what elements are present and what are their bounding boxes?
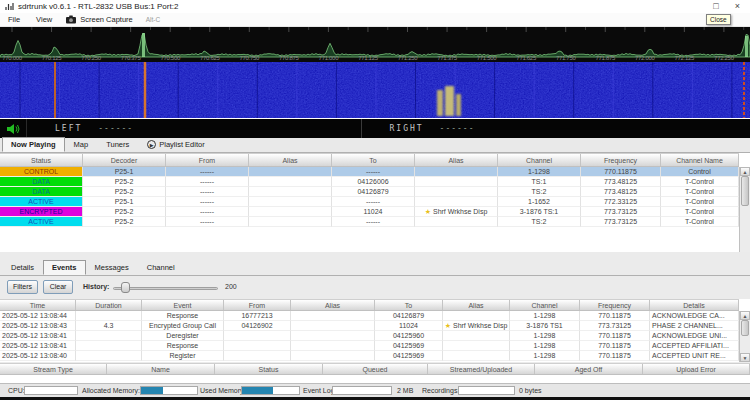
cell[interactable]: ------ <box>332 217 415 227</box>
cell[interactable] <box>291 321 375 331</box>
column-header[interactable]: Name <box>107 364 215 374</box>
column-header[interactable]: Upload Error <box>643 364 750 374</box>
table-row[interactable]: 2025-05-12 13:08:41Response041259691-129… <box>0 341 739 351</box>
column-header[interactable]: Status <box>215 364 323 374</box>
cell[interactable] <box>249 167 332 177</box>
menu-screen-capture[interactable]: Screen Capture <box>76 15 141 24</box>
cell[interactable] <box>415 177 498 187</box>
column-header[interactable]: Alias <box>443 300 510 310</box>
cell[interactable]: TS:2 <box>498 187 581 197</box>
menu-file[interactable]: File <box>0 15 28 24</box>
column-header[interactable]: Channel Name <box>661 154 739 166</box>
cell[interactable]: P25-1 <box>83 167 166 177</box>
maximize-icon[interactable]: □ <box>713 1 718 12</box>
tab-now-playing[interactable]: Now Playing <box>2 137 65 152</box>
cell[interactable]: ACCEPTED UNIT RE... <box>650 351 739 361</box>
cell[interactable]: 1-1298 <box>510 351 580 361</box>
column-header[interactable]: To <box>332 154 415 166</box>
table-row[interactable]: 2025-05-12 13:08:41Deregister041259601-1… <box>0 331 739 341</box>
cell[interactable] <box>291 331 375 341</box>
column-header[interactable]: Event <box>142 300 224 310</box>
cell[interactable]: ACKNOWLEDGE UNI... <box>650 331 739 341</box>
table-row[interactable]: ACTIVEP25-2------------TS:2773.73125T-Co… <box>0 217 739 227</box>
column-header[interactable]: Status <box>0 154 83 166</box>
table-row[interactable]: DATAP25-2------04126006TS:1773.48125T-Co… <box>0 177 739 187</box>
cell[interactable]: ACTIVE <box>0 217 83 227</box>
cell[interactable]: Deregister <box>142 331 224 341</box>
cell[interactable] <box>224 351 291 361</box>
cell[interactable]: Register <box>142 351 224 361</box>
cell[interactable]: 1-1298 <box>498 167 581 177</box>
cell[interactable] <box>443 331 510 341</box>
cell[interactable]: 3-1876 TS:1 <box>498 207 581 217</box>
table-row[interactable]: CONTROLP25-1------------1-1298770.11875C… <box>0 167 739 177</box>
cell[interactable]: T-Control <box>661 197 739 207</box>
cell[interactable]: 2025-05-12 13:08:41 <box>0 331 76 341</box>
cell[interactable]: 1-1298 <box>510 311 580 321</box>
column-header[interactable]: Alias <box>291 300 375 310</box>
cell[interactable]: ACTIVE <box>0 197 83 207</box>
table-row[interactable]: ENCRYPTEDP25-2------11024★Shrf Wrkhse Di… <box>0 207 739 217</box>
cell[interactable]: ------ <box>332 167 415 177</box>
table-row[interactable]: DATAP25-2------04126879TS:2773.48125T-Co… <box>0 187 739 197</box>
filters-button[interactable]: Filters <box>7 280 38 294</box>
scroll-thumb[interactable] <box>741 320 749 336</box>
cell[interactable] <box>443 311 510 321</box>
column-header[interactable]: Channel <box>510 300 580 310</box>
cell[interactable] <box>249 177 332 187</box>
cell[interactable]: TS:2 <box>498 217 581 227</box>
cell[interactable]: DATA <box>0 187 83 197</box>
cell[interactable] <box>291 341 375 351</box>
cell[interactable] <box>443 341 510 351</box>
cell[interactable]: 11024 <box>375 321 443 331</box>
cell[interactable]: TS:1 <box>498 177 581 187</box>
audio-right-channel[interactable]: RIGHT ------ <box>361 119 750 138</box>
cell[interactable]: ------ <box>166 177 249 187</box>
cell[interactable]: 773.73125 <box>581 207 661 217</box>
table-row[interactable]: 2025-05-12 13:08:44Response1677721304126… <box>0 311 739 321</box>
cell[interactable]: 1-1298 <box>510 331 580 341</box>
cell[interactable] <box>415 167 498 177</box>
cell[interactable]: 04126879 <box>375 311 443 321</box>
close-icon[interactable]: × <box>735 1 740 12</box>
column-header[interactable]: Alias <box>249 154 332 166</box>
cell[interactable]: 04126902 <box>224 321 291 331</box>
cell[interactable]: 04125960 <box>375 331 443 341</box>
column-header[interactable]: Streamed/Uploaded <box>428 364 535 374</box>
slider-thumb[interactable] <box>121 282 130 293</box>
cell[interactable]: 16777213 <box>224 311 291 321</box>
clear-button[interactable]: Clear <box>43 280 73 294</box>
cell[interactable]: T-Control <box>661 187 739 197</box>
np-scrollbar[interactable]: ▲ <box>739 167 750 252</box>
cell[interactable]: P25-1 <box>83 197 166 207</box>
cell[interactable]: 772.33125 <box>581 197 661 207</box>
column-header[interactable]: Decoder <box>83 154 166 166</box>
cell[interactable]: CONTROL <box>0 167 83 177</box>
tab-tuners[interactable]: Tuners <box>97 137 138 152</box>
column-header[interactable]: Time <box>0 300 76 310</box>
cell[interactable]: Response <box>142 341 224 351</box>
cell[interactable] <box>249 197 332 207</box>
cell[interactable]: PHASE 2 CHANNEL... <box>650 321 739 331</box>
cell[interactable]: ★Shrf Wrkhse Disp <box>415 207 498 217</box>
cell[interactable]: 770.11875 <box>580 341 650 351</box>
tab-channel[interactable]: Channel <box>138 260 184 275</box>
column-header[interactable]: Queued <box>323 364 428 374</box>
cell[interactable]: 04126006 <box>332 177 415 187</box>
spectrum-display[interactable]: 770.000770.125770.250770.375770.500770.6… <box>0 27 750 62</box>
cell[interactable]: ------ <box>166 217 249 227</box>
cell[interactable]: ------ <box>332 197 415 207</box>
cell[interactable]: 3-1876 TS1 <box>510 321 580 331</box>
cell[interactable] <box>249 207 332 217</box>
cell[interactable]: 773.48125 <box>581 177 661 187</box>
column-header[interactable]: Frequency <box>581 154 661 166</box>
tab-playlist-editor[interactable]: ▶ Playlist Editor <box>138 137 213 152</box>
cell[interactable]: ★Shrf Wrkhse Disp <box>443 321 510 331</box>
column-header[interactable]: Duration <box>76 300 142 310</box>
cell[interactable]: 2025-05-12 13:08:43 <box>0 321 76 331</box>
scroll-down-icon[interactable]: ▼ <box>740 353 750 362</box>
cell[interactable] <box>76 351 142 361</box>
cell[interactable]: 770.11875 <box>580 351 650 361</box>
cell[interactable]: Encrypted Group Call <box>142 321 224 331</box>
cell[interactable] <box>249 217 332 227</box>
